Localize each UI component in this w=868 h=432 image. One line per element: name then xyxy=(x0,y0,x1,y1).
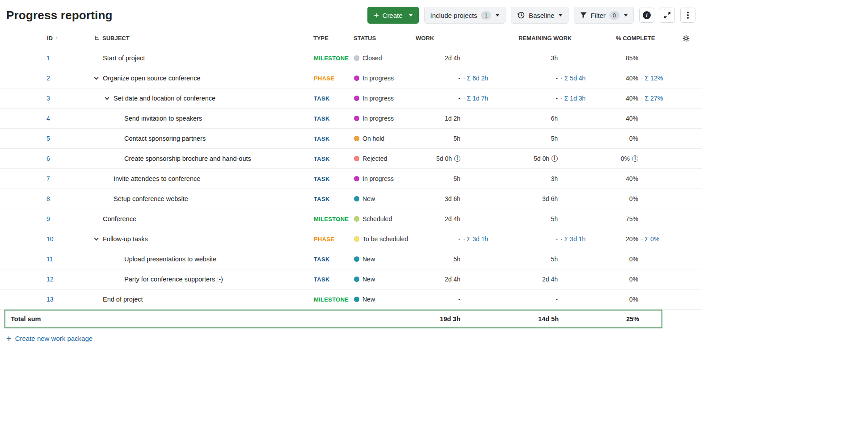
derived-complete-link[interactable]: Σ 0% xyxy=(645,235,660,243)
wp-status: New xyxy=(362,195,375,202)
collapse-chevron-icon[interactable] xyxy=(94,236,99,240)
table-row[interactable]: 3 Set date and location of conference TA… xyxy=(0,88,702,108)
wp-work-value: 5h xyxy=(453,175,460,182)
page-title: Progress reporting xyxy=(6,8,113,22)
table-row[interactable]: 9 Conference MILESTONE Scheduled 2d 4h 5… xyxy=(0,209,702,229)
column-header-percent-complete[interactable]: % COMPLETE xyxy=(590,29,670,48)
derived-remaining-link[interactable]: Σ 5d 4h xyxy=(565,75,586,82)
wp-id-link[interactable]: 13 xyxy=(46,296,54,303)
column-header-type[interactable]: TYPE xyxy=(308,29,351,48)
derived-remaining-link[interactable]: Σ 1d 3h xyxy=(565,95,586,102)
table-row[interactable]: 1 Start of project MILESTONE Closed 2d 4… xyxy=(0,48,702,68)
kebab-icon xyxy=(687,14,689,16)
wp-remaining-work-value: - xyxy=(556,296,558,303)
wp-work-sum: · Σ 1d 7h xyxy=(460,95,493,102)
wp-work-value: 5h xyxy=(453,135,460,142)
wp-subject: Contact sponsoring partners xyxy=(124,135,206,142)
collapse-chevron-icon[interactable] xyxy=(105,95,110,100)
wp-id-link[interactable]: 11 xyxy=(46,256,53,263)
more-menu-button[interactable] xyxy=(680,8,695,23)
collapse-chevron-icon[interactable] xyxy=(94,75,99,80)
info-button[interactable]: i xyxy=(639,8,654,23)
status-dot xyxy=(354,136,359,141)
fullscreen-button[interactable] xyxy=(660,8,675,23)
wp-percent-complete-sum: · Σ 27% xyxy=(638,95,670,102)
derived-complete-link[interactable]: Σ 12% xyxy=(645,75,663,82)
wp-work-value: 2d 4h xyxy=(445,215,460,222)
wp-subject: Setup conference website xyxy=(114,195,188,202)
info-icon[interactable]: i xyxy=(454,155,460,162)
table-settings-button[interactable] xyxy=(670,29,702,48)
info-icon[interactable]: i xyxy=(632,155,638,162)
wp-subject: Set date and location of conference xyxy=(114,95,215,102)
wp-id-link[interactable]: 5 xyxy=(46,135,50,142)
table-row[interactable]: 12 Party for conference supporters :-) T… xyxy=(0,269,702,289)
wp-id-link[interactable]: 8 xyxy=(46,195,50,202)
wp-id-link[interactable]: 6 xyxy=(46,155,50,162)
wp-subject: Create sponsorship brochure and hand-out… xyxy=(124,155,251,162)
wp-id-link[interactable]: 4 xyxy=(46,115,50,122)
column-header-subject[interactable]: SUBJECT xyxy=(89,29,308,48)
wp-subject: Invite attendees to conference xyxy=(114,175,200,182)
baseline-button[interactable]: Baseline xyxy=(511,7,569,24)
derived-work-link[interactable]: Σ 6d 2h xyxy=(467,75,489,82)
wp-type: TASK xyxy=(308,276,330,283)
column-header-status[interactable]: STATUS xyxy=(351,29,413,48)
table-row[interactable]: 7 Invite attendees to conference TASK In… xyxy=(0,168,702,189)
status-dot xyxy=(354,116,359,121)
wp-percent-complete-value: 40% xyxy=(626,175,638,182)
table-row[interactable]: 6 Create sponsorship brochure and hand-o… xyxy=(0,148,702,168)
create-work-package-link[interactable]: + Create new work package xyxy=(6,334,93,343)
wp-type: PHASE xyxy=(308,75,334,82)
status-dot xyxy=(354,96,359,101)
wp-type: TASK xyxy=(308,135,330,142)
column-label-type: TYPE xyxy=(313,35,329,42)
wp-work-value: - xyxy=(458,296,460,303)
wp-id-link[interactable]: 1 xyxy=(46,55,50,62)
wp-id-link[interactable]: 7 xyxy=(46,175,50,182)
create-work-package-label: Create new work package xyxy=(15,335,93,342)
table-row[interactable]: 8 Setup conference website TASK New 3d 6… xyxy=(0,189,702,209)
wp-percent-complete-value: 40% xyxy=(626,75,638,82)
derived-work-link[interactable]: Σ 1d 7h xyxy=(467,95,489,102)
include-projects-count-badge: 1 xyxy=(481,11,491,20)
status-dot xyxy=(354,216,359,222)
wp-percent-complete-value: 0% xyxy=(629,296,638,303)
derived-complete-link[interactable]: Σ 27% xyxy=(645,95,663,102)
column-header-id[interactable]: ID ↑ xyxy=(0,29,89,48)
info-icon[interactable]: i xyxy=(552,155,558,162)
wp-percent-complete-value: 85% xyxy=(626,55,638,62)
wp-id-link[interactable]: 10 xyxy=(46,235,54,243)
table-row[interactable]: 11 Upload presentations to website TASK … xyxy=(0,249,702,269)
wp-id-link[interactable]: 3 xyxy=(46,95,50,102)
wp-remaining-work-sum: · Σ 5d 4h xyxy=(558,75,590,82)
status-dot xyxy=(354,75,359,81)
wp-id-link[interactable]: 2 xyxy=(46,75,50,82)
create-button[interactable]: + Create xyxy=(367,7,418,24)
derived-remaining-link[interactable]: Σ 3d 1h xyxy=(565,235,586,243)
wp-status: In progress xyxy=(362,75,394,82)
column-label-status: STATUS xyxy=(354,35,376,42)
baseline-label: Baseline xyxy=(529,12,555,19)
table-row[interactable]: 13 End of project MILESTONE New - - 0% xyxy=(0,289,702,309)
wp-status: In progress xyxy=(362,95,394,102)
column-header-work[interactable]: WORK xyxy=(413,29,498,48)
wp-work-value: 5h xyxy=(453,256,460,263)
table-row[interactable]: 10 Follow-up tasks PHASE To be scheduled… xyxy=(0,229,702,249)
separator-dot: · xyxy=(641,95,645,102)
wp-status: Closed xyxy=(362,55,382,62)
wp-id-link[interactable]: 12 xyxy=(46,276,54,283)
chevron-slot xyxy=(104,97,114,99)
chevron-down-icon xyxy=(496,14,499,17)
table-row[interactable]: 5 Contact sponsoring partners TASK On ho… xyxy=(0,128,702,148)
derived-work-link[interactable]: Σ 3d 1h xyxy=(467,235,489,243)
include-projects-button[interactable]: Include projects 1 xyxy=(424,7,506,24)
status-dot xyxy=(354,277,359,282)
create-button-label: Create xyxy=(383,12,403,19)
table-row[interactable]: 4 Send invitation to speakers TASK In pr… xyxy=(0,108,702,128)
wp-id-link[interactable]: 9 xyxy=(46,215,50,222)
filter-button[interactable]: Filter 0 xyxy=(574,7,634,24)
wp-percent-complete-value: 0% xyxy=(629,195,638,202)
column-header-remaining-work[interactable]: REMAINING WORK xyxy=(498,29,590,48)
table-row[interactable]: 2 Organize open source conference PHASE … xyxy=(0,68,702,88)
